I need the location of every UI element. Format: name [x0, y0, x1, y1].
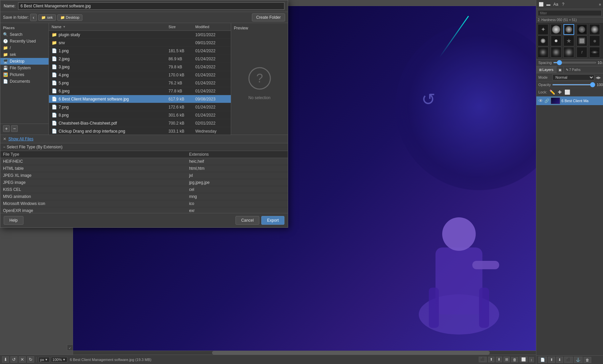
file-row-5png[interactable]: 📄 5.png 76.2 kB 01/24/2022 — [49, 79, 231, 87]
status-right-btn6[interactable]: ⬜ — [520, 357, 528, 362]
place-item-filesystem[interactable]: 💾 File System — [0, 65, 49, 71]
mode-arrows[interactable]: ◀▶ — [596, 76, 601, 79]
status-right-btn3[interactable]: ⬇ — [496, 357, 502, 362]
icon-btn-help[interactable]: ? — [560, 1, 566, 8]
show-all-files-label[interactable]: Show All Files — [8, 137, 34, 141]
brush-cell[interactable] — [551, 24, 561, 35]
file-row-cheatsheet[interactable]: 📄 Cheatsheet-Bias-Cheatsheet.pdf 700.2 k… — [49, 119, 231, 127]
status-overwrite-btn[interactable]: ✕ — [19, 356, 26, 363]
status-right-btn5[interactable]: 🗑 — [511, 357, 518, 362]
place-item-pictures[interactable]: 🖼️ Pictures — [0, 71, 49, 78]
file-type-table-wrapper[interactable]: File Type Extensions HEIF/HEIC heic,heif… — [0, 151, 288, 213]
col-size-header[interactable]: Size — [167, 24, 194, 29]
place-item-search[interactable]: 🔍 Search — [0, 31, 49, 38]
mode-select[interactable]: Normal — [552, 74, 594, 80]
tab-paths[interactable]: ✎ 7 Paths — [564, 67, 583, 73]
file-row-8png[interactable]: 📄 8.png 301.6 kB 01/24/2022 — [49, 111, 231, 119]
unit-selector[interactable]: px ▼ — [39, 357, 50, 362]
tab-layers[interactable]: ⊞ Layers — [536, 66, 556, 73]
layer-lower-btn[interactable]: ⬇ — [556, 357, 563, 363]
add-place-btn[interactable]: + — [3, 125, 10, 132]
file-type-row-exr[interactable]: OpenEXR image exr — [0, 207, 288, 213]
place-item-recently-used[interactable]: 🕐 Recently Used — [0, 38, 49, 45]
zoom-selector[interactable]: 100% ▼ — [51, 357, 67, 362]
create-folder-btn[interactable]: Create Folder — [252, 13, 285, 21]
layer-visibility-btn[interactable]: 👁 — [538, 98, 543, 103]
brush-cell[interactable] — [551, 35, 561, 46]
place-item-root[interactable]: 📁 / — [0, 45, 49, 51]
file-type-row-jxl[interactable]: JPEG XL image jxl — [0, 172, 288, 179]
brush-cell[interactable]: ✦ — [538, 24, 548, 35]
icon-btn-1[interactable]: ⬜ — [538, 1, 544, 8]
brush-cell[interactable] — [563, 24, 574, 35]
file-type-header-row[interactable]: − Select File Type (By Extension) — [0, 143, 288, 151]
file-row-plugin-study[interactable]: 📁 plugin study 10/01/2022 — [49, 31, 231, 39]
brush-cell[interactable] — [589, 47, 600, 58]
layer-link-btn[interactable]: 🔗 — [544, 99, 549, 103]
file-row-clickup[interactable]: 📄 Clickup Drang and drop interface.png 3… — [49, 127, 231, 135]
lock-alpha-btn[interactable]: ⬜ — [564, 89, 571, 95]
status-right-btn4[interactable]: ⊞ — [504, 357, 510, 362]
place-item-desktop[interactable]: 🖥️ Desktop — [0, 58, 49, 65]
status-right-btn2[interactable]: ⬆ — [488, 357, 494, 362]
file-type-row-cel[interactable]: KISS CEL cel — [0, 186, 288, 193]
layer-raise-btn[interactable]: ⬆ — [548, 357, 555, 363]
status-right-btn1[interactable]: ⬛ — [479, 357, 487, 362]
tab-channels[interactable]: ▣ — [556, 67, 564, 73]
layer-anchor-btn[interactable]: ⚓ — [574, 357, 583, 363]
file-type-row-ico[interactable]: Microsoft Windows icon ico — [0, 200, 288, 207]
brush-cell[interactable] — [589, 24, 600, 35]
breadcrumb-desktop-btn[interactable]: 📁 Desktop — [57, 14, 82, 21]
breadcrumb-sek-btn[interactable]: 📁 sek — [38, 14, 56, 21]
help-btn[interactable]: Help — [4, 216, 23, 225]
place-item-documents[interactable]: 📄 Documents — [0, 78, 49, 85]
horizontal-scrollbar[interactable] — [73, 351, 536, 355]
brush-cell[interactable]: ★ — [563, 35, 574, 46]
file-row-2jpeg[interactable]: 📄 2.jpeg 86.9 kB 01/24/2022 — [49, 55, 231, 63]
spacing-slider[interactable] — [553, 62, 596, 63]
icon-btn-3[interactable]: Aa — [552, 1, 559, 8]
remove-place-btn[interactable]: − — [11, 125, 18, 132]
brush-cell[interactable] — [577, 24, 587, 35]
opacity-slider[interactable] — [552, 84, 595, 85]
export-btn[interactable]: Export — [261, 216, 284, 225]
file-row-4png[interactable]: 📄 4.png 170.0 kB 01/24/2022 — [49, 71, 231, 79]
layer-item[interactable]: 👁 🔗 6 Best Client Ma — [536, 96, 603, 105]
file-type-row-heif[interactable]: HEIF/HEIC heic,heif — [0, 158, 288, 165]
file-list-scroll[interactable]: 📁 plugin study 10/01/2022 📁 snv 09/01/20… — [49, 31, 231, 135]
status-right-expand[interactable]: ↕ — [529, 357, 534, 362]
file-row-3jpeg[interactable]: 📄 3.jpeg 79.8 kB 01/24/2022 — [49, 63, 231, 71]
layer-duplicate-btn[interactable]: ⬛ — [564, 357, 573, 363]
col-modified-header[interactable]: Modified — [194, 24, 231, 29]
layer-new-btn[interactable]: 📄 — [538, 357, 547, 363]
brush-cell[interactable] — [538, 47, 548, 58]
file-type-row-html[interactable]: HTML table html,htm — [0, 165, 288, 172]
nav-back-btn[interactable]: ‹ — [30, 14, 37, 21]
file-row-snv[interactable]: 📁 snv 09/01/2022 — [49, 39, 231, 47]
filename-input[interactable] — [18, 2, 284, 10]
file-type-row-mng[interactable]: MNG animation mng — [0, 193, 288, 200]
brush-filter-input[interactable] — [538, 10, 602, 16]
file-type-row-jpeg[interactable]: JPEG image jpg,jpeg,jpe — [0, 179, 288, 186]
brush-cell[interactable] — [551, 47, 561, 58]
status-export-btn[interactable]: ⬇ — [2, 356, 9, 363]
cancel-btn[interactable]: Cancel — [236, 216, 259, 225]
lock-position-btn[interactable]: ✚ — [557, 89, 562, 95]
lock-pixels-btn[interactable]: ✏️ — [549, 89, 555, 95]
layer-delete-btn[interactable]: 🗑 — [584, 357, 591, 363]
panel-menu-btn[interactable]: ≡ — [598, 2, 602, 7]
brush-cell[interactable] — [563, 47, 574, 58]
brush-cell[interactable]: ● — [589, 35, 600, 46]
place-item-sek[interactable]: 📁 sek — [0, 51, 49, 58]
close-show-files-icon[interactable]: ✕ — [3, 137, 6, 141]
icon-btn-2[interactable]: ▬ — [545, 1, 552, 8]
file-row-6jpeg[interactable]: 📄 6.jpeg 77.8 kB 01/24/2022 — [49, 87, 231, 95]
status-restore-btn[interactable]: ↺ — [10, 356, 17, 363]
brush-cell[interactable] — [577, 35, 587, 46]
col-name-header[interactable]: Name ▼ — [49, 24, 167, 29]
file-row-7png[interactable]: 📄 7.png 172.6 kB 01/24/2022 — [49, 103, 231, 111]
file-row-6best[interactable]: 📄 6 Best Client Management software.jpg … — [49, 95, 231, 103]
brush-cell[interactable]: f — [577, 47, 587, 58]
brush-cell[interactable] — [538, 35, 548, 46]
status-scripts-btn[interactable]: ↻ — [27, 356, 34, 363]
